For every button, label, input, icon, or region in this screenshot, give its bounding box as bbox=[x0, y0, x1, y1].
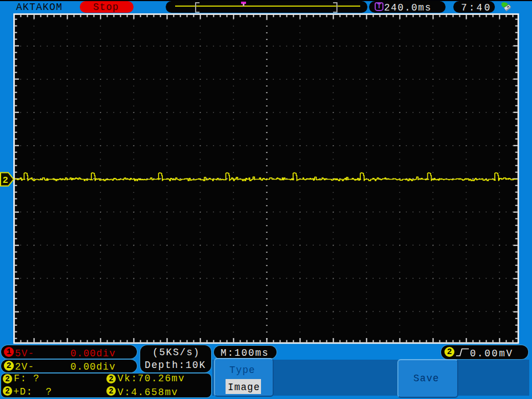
svg-text:2: 2 bbox=[3, 175, 8, 186]
